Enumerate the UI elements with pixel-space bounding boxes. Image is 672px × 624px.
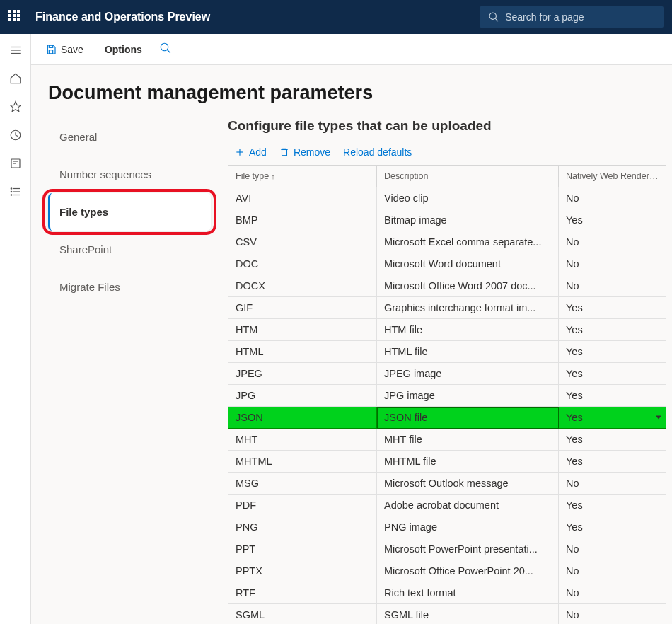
table-row[interactable]: DOCMicrosoft Word documentNo [228, 253, 666, 275]
cell-ft[interactable]: AVI [228, 187, 377, 209]
table-row[interactable]: PPTMicrosoft PowerPoint presentati...No [228, 538, 666, 560]
cell-ft[interactable]: DOC [228, 253, 377, 275]
cell-rend[interactable]: Yes [559, 319, 666, 341]
star-icon[interactable] [9, 100, 22, 113]
menu-icon[interactable] [9, 44, 22, 57]
table-row[interactable]: HTMHTM fileYes [228, 319, 666, 341]
cell-ft[interactable]: PPTX [228, 560, 377, 582]
cell-desc[interactable]: Bitmap image [377, 209, 559, 231]
cell-rend[interactable]: No [559, 231, 666, 253]
cell-ft[interactable]: HTM [228, 319, 377, 341]
cell-ft[interactable]: SGML [228, 604, 377, 625]
col-renderable[interactable]: Natively Web Renderable [559, 166, 666, 187]
table-row[interactable]: JPEGJPEG imageYes [228, 363, 666, 385]
cell-desc[interactable]: Graphics interchange format im... [377, 297, 559, 319]
reload-defaults-button[interactable]: Reload defaults [343, 146, 412, 158]
table-row[interactable]: MSGMicrosoft Outlook messageNo [228, 473, 666, 495]
table-row[interactable]: JPGJPG imageYes [228, 385, 666, 407]
cell-desc[interactable]: Video clip [377, 187, 559, 209]
cell-ft[interactable]: MHTML [228, 451, 377, 473]
options-button[interactable]: Options [100, 41, 146, 58]
cell-rend[interactable]: Yes [559, 297, 666, 319]
table-row[interactable]: PNGPNG imageYes [228, 516, 666, 538]
table-row[interactable]: CSVMicrosoft Excel comma separate...No [228, 231, 666, 253]
cell-ft[interactable]: MSG [228, 473, 377, 495]
cell-desc[interactable]: Microsoft PowerPoint presentati... [377, 538, 559, 560]
cell-ft[interactable]: DOCX [228, 275, 377, 297]
cell-rend[interactable]: No [559, 473, 666, 495]
cell-desc[interactable]: JPG image [377, 385, 559, 407]
cell-rend[interactable]: Yes [559, 341, 666, 363]
cell-rend[interactable]: Yes [559, 516, 666, 538]
table-row[interactable]: PPTXMicrosoft Office PowerPoint 20...No [228, 560, 666, 582]
action-search-button[interactable] [159, 42, 172, 57]
col-filetype[interactable]: File type [228, 166, 377, 187]
cell-ft[interactable]: MHT [228, 429, 377, 451]
cell-desc[interactable]: Adobe acrobat document [377, 495, 559, 516]
cell-desc[interactable]: SGML file [377, 604, 559, 625]
cell-ft[interactable]: CSV [228, 231, 377, 253]
cell-desc[interactable]: HTML file [377, 341, 559, 363]
cell-desc[interactable]: Microsoft Office Word 2007 doc... [377, 275, 559, 297]
cell-desc[interactable]: PNG image [377, 516, 559, 538]
tab-file-types[interactable]: File types [48, 193, 211, 231]
tab-number-sequences[interactable]: Number sequences [48, 156, 211, 193]
cell-ft[interactable]: JPEG [228, 363, 377, 385]
table-row[interactable]: AVIVideo clipNo [228, 187, 666, 209]
table-row[interactable]: MHTMHT fileYes [228, 429, 666, 451]
form-icon[interactable] [9, 157, 22, 170]
cell-desc[interactable]: Microsoft Word document [377, 253, 559, 275]
cell-rend[interactable]: Yes [559, 495, 666, 516]
table-row[interactable]: DOCXMicrosoft Office Word 2007 doc...No [228, 275, 666, 297]
clock-icon[interactable] [9, 129, 22, 141]
add-button[interactable]: Add [235, 146, 267, 158]
remove-button[interactable]: Remove [279, 146, 330, 158]
cell-desc[interactable]: HTM file [377, 319, 559, 341]
cell-rend[interactable]: No [559, 275, 666, 297]
cell-rend[interactable]: No [559, 187, 666, 209]
cell-ft[interactable]: PDF [228, 495, 377, 516]
cell-ft[interactable]: PNG [228, 516, 377, 538]
cell-rend[interactable]: No [559, 582, 666, 604]
cell-rend[interactable]: Yes [559, 209, 666, 231]
cell-desc[interactable]: MHT file [377, 429, 559, 451]
cell-ft[interactable]: JSON [228, 407, 377, 429]
cell-desc[interactable]: Rich text format [377, 582, 559, 604]
cell-rend[interactable]: No [559, 604, 666, 625]
table-row[interactable]: JSONJSON fileYes [228, 407, 666, 429]
table-row[interactable]: GIFGraphics interchange format im...Yes [228, 297, 666, 319]
tab-general[interactable]: General [48, 118, 211, 156]
cell-desc[interactable]: Microsoft Office PowerPoint 20... [377, 560, 559, 582]
cell-ft[interactable]: HTML [228, 341, 377, 363]
cell-rend[interactable]: No [559, 560, 666, 582]
home-icon[interactable] [9, 72, 22, 85]
search-input[interactable] [505, 11, 655, 23]
table-row[interactable]: RTFRich text formatNo [228, 582, 666, 604]
cell-ft[interactable]: BMP [228, 209, 377, 231]
cell-ft[interactable]: PPT [228, 538, 377, 560]
cell-ft[interactable]: RTF [228, 582, 377, 604]
table-row[interactable]: HTMLHTML fileYes [228, 341, 666, 363]
cell-ft[interactable]: JPG [228, 385, 377, 407]
app-launcher-icon[interactable] [8, 10, 23, 24]
tab-migrate-files[interactable]: Migrate Files [48, 268, 211, 306]
table-row[interactable]: BMPBitmap imageYes [228, 209, 666, 231]
table-row[interactable]: MHTMLMHTML fileYes [228, 451, 666, 473]
cell-desc[interactable]: Microsoft Outlook message [377, 473, 559, 495]
save-button[interactable]: Save [41, 41, 88, 58]
table-row[interactable]: SGMLSGML fileNo [228, 604, 666, 625]
cell-desc[interactable]: MHTML file [377, 451, 559, 473]
cell-desc[interactable]: JSON file [377, 407, 559, 429]
table-row[interactable]: PDFAdobe acrobat documentYes [228, 495, 666, 516]
cell-rend[interactable]: Yes [559, 363, 666, 385]
cell-rend[interactable]: Yes [559, 429, 666, 451]
list-icon[interactable] [9, 185, 22, 198]
cell-rend[interactable]: Yes [559, 407, 666, 429]
cell-rend[interactable]: No [559, 253, 666, 275]
cell-desc[interactable]: Microsoft Excel comma separate... [377, 231, 559, 253]
cell-rend[interactable]: Yes [559, 385, 666, 407]
global-search[interactable] [480, 6, 664, 28]
col-description[interactable]: Description [377, 166, 559, 187]
cell-rend[interactable]: Yes [559, 451, 666, 473]
cell-desc[interactable]: JPEG image [377, 363, 559, 385]
